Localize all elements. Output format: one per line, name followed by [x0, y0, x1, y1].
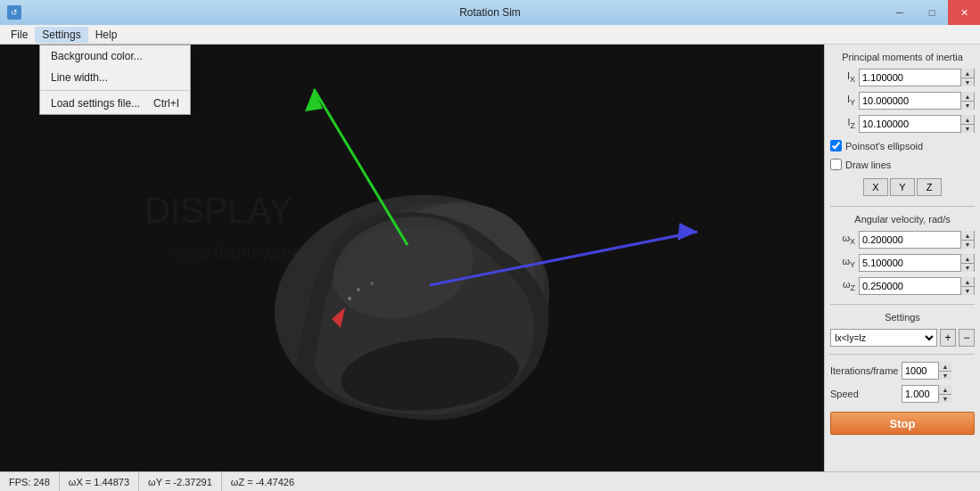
divider-1 — [830, 206, 975, 207]
maximize-button[interactable]: □ — [916, 0, 948, 25]
status-wz: ωZ = -4.47426 — [231, 477, 294, 487]
speed-spinbox: ▲ ▼ — [902, 385, 951, 403]
menu-help[interactable]: Help — [88, 27, 125, 43]
iterations-up[interactable]: ▲ — [939, 362, 951, 371]
wy-up[interactable]: ▲ — [961, 254, 974, 263]
fps-segment: FPS: 248 — [0, 472, 60, 491]
menu-settings[interactable]: Settings — [35, 27, 87, 43]
iz-down[interactable]: ▼ — [961, 124, 974, 133]
iz-label: IZ — [830, 117, 855, 130]
wx-row: ωX ▲ ▼ — [830, 231, 975, 249]
background-color-label: Background color... — [51, 50, 143, 62]
iy-spinbox: ▲ ▼ — [859, 92, 975, 110]
settings-dropdown: Background color... Line width... Load s… — [39, 45, 191, 115]
speed-label: Speed — [830, 389, 902, 399]
divider-3 — [830, 354, 975, 355]
speed-row: Speed ▲ ▼ — [830, 385, 975, 403]
speed-input[interactable] — [902, 386, 938, 402]
speed-up[interactable]: ▲ — [939, 385, 951, 394]
axis-buttons: X Y Z — [830, 178, 975, 196]
speed-down[interactable]: ▼ — [939, 394, 951, 403]
wy-label: ωY — [830, 256, 855, 269]
menu-bar: File Settings Help Background color... L… — [0, 25, 980, 45]
iterations-label: Iterations/frame — [830, 365, 902, 376]
ix-input[interactable] — [860, 70, 960, 86]
menu-file[interactable]: File — [4, 27, 35, 43]
settings-section-title: Settings — [830, 312, 975, 323]
dropdown-separator — [40, 90, 190, 91]
status-bar: FPS: 248 ωX = 1.44873 ωY = -2.37291 ωZ =… — [0, 471, 980, 491]
wx-up[interactable]: ▲ — [961, 231, 974, 240]
dropdown-load-settings[interactable]: Load settings file... Ctrl+I — [40, 93, 190, 114]
preset-add-button[interactable]: + — [940, 329, 956, 347]
dropdown-line-width[interactable]: Line width... — [40, 67, 190, 88]
ix-down[interactable]: ▼ — [961, 78, 974, 86]
svg-point-14 — [357, 288, 360, 291]
preset-select[interactable]: Ix<Iy=Iz Ix=Iy<Iz Ix>Iy=Iz Custom — [830, 329, 937, 347]
axis-z-button[interactable]: Z — [917, 178, 942, 196]
fps-value: FPS: 248 — [9, 477, 50, 487]
inertia-title: Principal moments of inertia — [830, 52, 975, 62]
status-wz-segment: ωZ = -4.47426 — [222, 472, 303, 491]
draw-lines-row: Draw lines — [830, 159, 975, 170]
wy-spinbox: ▲ ▼ — [859, 254, 975, 272]
status-wy: ωY = -2.37291 — [148, 477, 212, 487]
iz-spinbox: ▲ ▼ — [859, 115, 975, 133]
iterations-spinbox: ▲ ▼ — [902, 362, 951, 380]
load-settings-shortcut: Ctrl+I — [153, 97, 179, 110]
iy-input[interactable] — [860, 93, 960, 109]
iz-up[interactable]: ▲ — [961, 115, 974, 124]
poinsots-label: Poinsot's ellipsoid — [845, 141, 923, 151]
wz-input[interactable] — [860, 278, 960, 294]
poinsots-checkbox[interactable] — [830, 140, 842, 151]
svg-point-13 — [348, 297, 351, 300]
minimize-button[interactable]: ─ — [884, 0, 916, 25]
close-button[interactable]: ✕ — [948, 0, 980, 25]
title-bar: ↺ Rotation Sim ─ □ ✕ — [0, 0, 980, 25]
ix-spinbox: ▲ ▼ — [859, 69, 975, 86]
iz-row: IZ ▲ ▼ — [830, 115, 975, 133]
svg-text:DISPLAY: DISPLAY — [144, 191, 292, 230]
wy-row: ωY ▲ ▼ — [830, 254, 975, 272]
wy-down[interactable]: ▼ — [961, 263, 974, 272]
stop-button[interactable]: Stop — [830, 412, 975, 435]
status-wx: ωX = 1.44873 — [69, 477, 129, 487]
status-wx-segment: ωX = 1.44873 — [60, 472, 139, 491]
draw-lines-label: Draw lines — [845, 160, 891, 170]
iterations-down[interactable]: ▼ — [939, 371, 951, 380]
axis-x-button[interactable]: X — [863, 178, 888, 196]
wz-up[interactable]: ▲ — [961, 277, 974, 286]
wy-input[interactable] — [860, 255, 960, 271]
load-settings-label: Load settings file... — [51, 97, 140, 110]
iz-input[interactable] — [860, 116, 960, 132]
iterations-input[interactable] — [902, 363, 938, 379]
wz-label: ωZ — [830, 279, 855, 292]
ix-up[interactable]: ▲ — [961, 69, 974, 78]
iy-row: IY ▲ ▼ — [830, 92, 975, 110]
ix-row: IX ▲ ▼ — [830, 69, 975, 86]
divider-2 — [830, 304, 975, 305]
dropdown-background-color[interactable]: Background color... — [40, 45, 190, 67]
iterations-row: Iterations/frame ▲ ▼ — [830, 362, 975, 380]
iy-up[interactable]: ▲ — [961, 92, 974, 101]
wz-down[interactable]: ▼ — [961, 286, 974, 295]
svg-point-15 — [370, 282, 374, 285]
axis-y-button[interactable]: Y — [890, 178, 915, 196]
preset-remove-button[interactable]: − — [959, 329, 975, 347]
iy-down[interactable]: ▼ — [961, 101, 974, 110]
wz-spinbox: ▲ ▼ — [859, 277, 975, 295]
wz-row: ωZ ▲ ▼ — [830, 277, 975, 295]
status-wy-segment: ωY = -2.37291 — [139, 472, 222, 491]
wx-spinbox: ▲ ▼ — [859, 231, 975, 249]
window-controls: ─ □ ✕ — [884, 0, 980, 25]
preset-row: Ix<Iy=Iz Ix=Iy<Iz Ix>Iy=Iz Custom + − — [830, 329, 975, 347]
iy-label: IY — [830, 94, 855, 107]
app-title: Rotation Sim — [459, 6, 521, 19]
angular-velocity-title: Angular velocity, rad/s — [830, 214, 975, 225]
app-icon: ↺ — [7, 5, 21, 20]
line-width-label: Line width... — [51, 71, 108, 84]
wx-input[interactable] — [860, 232, 960, 248]
poinsots-row: Poinsot's ellipsoid — [830, 140, 975, 151]
wx-down[interactable]: ▼ — [961, 240, 974, 249]
draw-lines-checkbox[interactable] — [830, 159, 842, 170]
